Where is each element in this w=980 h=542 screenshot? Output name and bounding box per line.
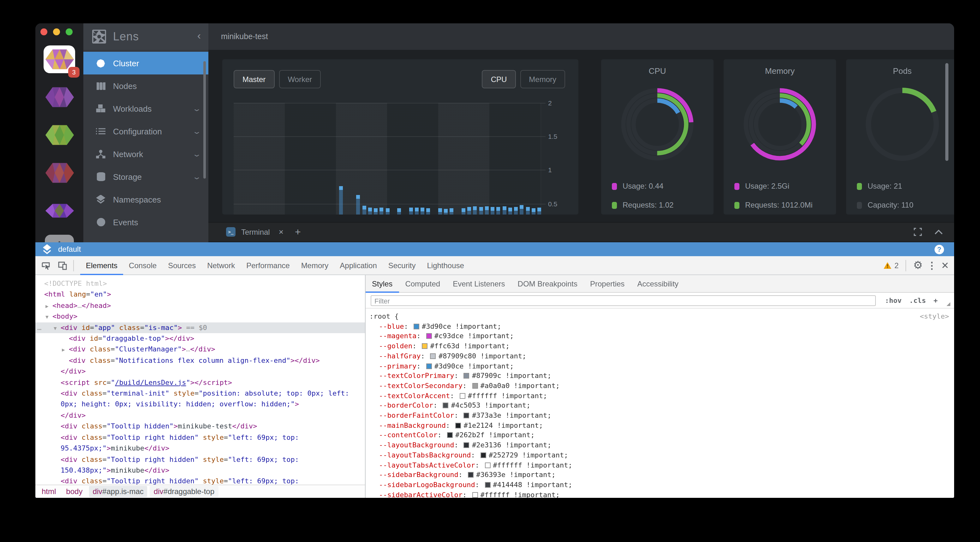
close-window-button[interactable] [40,29,47,35]
css-variable[interactable]: --borderColor: #4c5053 !important; [366,401,954,411]
terminal-fullscreen-icon[interactable] [914,228,922,236]
css-variable[interactable]: --sidebarBackground: #36393e !important; [366,471,954,480]
tab-application[interactable]: Application [334,256,382,275]
styles-tab-computed[interactable]: Computed [399,275,446,292]
sidebar-item-workloads[interactable]: Workloads⌄ [83,97,208,120]
css-source-link[interactable]: <style> [920,312,949,322]
color-swatch[interactable] [414,323,419,329]
css-variable[interactable]: --blue: #3d90ce !important; [366,322,954,331]
css-variable[interactable]: --magenta: #c93dce !important; [366,331,954,341]
metric-memory-button[interactable]: Memory [520,70,565,88]
dom-node[interactable]: <div id="draggable-top"></div> [35,333,365,344]
terminal-tab-label[interactable]: Terminal [241,227,270,236]
dom-node[interactable]: <!DOCTYPE html> [35,278,365,289]
css-variable[interactable]: --golden: #ffc63d !important; [366,341,954,351]
css-variable[interactable]: --textColorSecondary: #a0a0a0 !important… [366,381,954,391]
css-variable[interactable]: --contentColor: #262b2f !important; [366,431,954,441]
css-variable[interactable]: --layoutTabsActiveColor: #ffffff !import… [366,460,954,470]
settings-gear-icon[interactable]: ⚙ [913,259,923,272]
expand-arrow-icon[interactable]: ▼ [54,323,57,334]
console-warnings-badge[interactable]: 2 [884,261,899,270]
styles-tab-accessibility[interactable]: Accessibility [631,275,685,292]
color-swatch[interactable] [464,413,469,418]
tab-sources[interactable]: Sources [162,256,201,275]
expand-arrow-icon[interactable]: ▼ [46,312,49,323]
color-swatch[interactable] [464,442,469,448]
dom-node[interactable]: <div class="Tooltip hidden">minikube-tes… [35,421,365,432]
color-swatch[interactable] [460,393,465,398]
color-swatch[interactable] [455,422,461,428]
terminal-collapse-icon[interactable] [934,229,943,235]
color-swatch[interactable] [426,363,432,369]
dom-node[interactable]: <html lang="en"> [35,289,365,300]
css-variable[interactable]: --textColorPrimary: #87909c !important; [366,371,954,381]
dashboard-scrollbar[interactable] [945,63,948,161]
dom-node[interactable]: <div class="Tooltip right hidden" style=… [35,476,365,485]
css-selector[interactable]: :root { [369,312,399,322]
color-swatch[interactable] [443,403,449,409]
color-swatch[interactable] [430,353,436,359]
dom-node[interactable]: ▼<body> [35,311,365,322]
dom-node-selected[interactable]: …▼<div id="app" class="is-mac"> == $0 [35,322,365,333]
color-swatch[interactable] [480,452,486,458]
minimize-window-button[interactable] [53,29,60,35]
styles-tab-dom-breakpoints[interactable]: DOM Breakpoints [511,275,584,292]
styles-toggle-hov[interactable]: :hov [885,296,902,304]
dom-node[interactable]: </div> [35,366,365,377]
color-swatch[interactable] [447,433,453,438]
cluster-icon-3[interactable] [44,121,75,149]
color-swatch[interactable] [472,383,478,389]
sidebar-item-namespaces[interactable]: Namespaces [83,188,208,211]
tab-elements[interactable]: Elements [80,256,123,275]
node-worker-button[interactable]: Worker [279,70,321,88]
css-variable[interactable]: --textColorAccent: #ffffff !important; [366,391,954,401]
namespace-label[interactable]: default [58,245,81,254]
tab-performance[interactable]: Performance [240,256,295,275]
styles-tab-event-listeners[interactable]: Event Listeners [446,275,511,292]
tab-network[interactable]: Network [201,256,240,275]
more-options-icon[interactable]: ⋮ [927,260,937,271]
dom-node[interactable]: <div class="terminal-init" style="positi… [35,388,365,410]
breadcrumb-item[interactable]: div#draggable-top [150,486,218,497]
breadcrumb-item[interactable]: body [62,486,86,497]
sidebar-item-configuration[interactable]: Configuration⌄ [83,120,208,143]
cluster-icon-5[interactable] [44,197,75,225]
color-swatch[interactable] [426,333,432,339]
dom-node[interactable]: <div class="Notifications flex column al… [35,355,365,366]
color-swatch[interactable] [485,462,490,468]
dom-node[interactable]: <div class="Tooltip right hidden" style=… [35,454,365,476]
css-variable[interactable]: --sidebarLogoBackground: #414448 !import… [366,480,954,490]
dom-node[interactable]: <div class="Tooltip right hidden" style=… [35,432,365,454]
css-variable[interactable]: --layoutBackground: #2e3136 !important; [366,441,954,450]
help-icon[interactable]: ? [934,244,944,254]
node-menu-icon[interactable]: … [37,322,42,333]
tab-security[interactable]: Security [383,256,422,275]
styles-toggle-[interactable]: + [934,296,938,304]
css-variable[interactable]: --sidebarActiveColor: #ffffff !important… [366,490,954,498]
sidebar-item-storage[interactable]: Storage⌄ [83,165,208,188]
dom-node[interactable]: ▶<div class="ClusterManager">…</div> [35,344,365,355]
color-swatch[interactable] [485,482,490,488]
tab-console[interactable]: Console [123,256,162,275]
dom-node[interactable]: ▶<head>…</head> [35,300,365,311]
sidebar-item-cluster[interactable]: Cluster [83,52,208,74]
css-variable[interactable]: --layoutTabsBackground: #252729 !importa… [366,450,954,460]
zoom-window-button[interactable] [66,29,73,35]
color-swatch[interactable] [472,492,478,498]
node-master-button[interactable]: Master [234,70,274,88]
terminal-add-icon[interactable]: + [295,226,301,238]
styles-tab-properties[interactable]: Properties [584,275,631,292]
css-variable[interactable]: --mainBackground: #1e2124 !important; [366,420,954,430]
css-variable[interactable]: --halfGray: #87909c80 !important; [366,352,954,361]
metric-cpu-button[interactable]: CPU [482,70,516,88]
css-variable[interactable]: --primary: #3d90ce !important; [366,361,954,371]
cluster-tab-title[interactable]: minikube-test [221,32,268,41]
inspect-element-icon[interactable] [38,257,54,274]
color-swatch[interactable] [464,373,469,379]
sidebar-item-network[interactable]: Network⌄ [83,143,208,165]
breadcrumb-item[interactable]: html [38,486,60,497]
color-swatch[interactable] [422,343,428,349]
css-variable[interactable]: --borderFaintColor: #373a3e !important; [366,411,954,420]
cluster-icon-4[interactable] [44,159,75,187]
styles-filter-input[interactable] [371,295,876,306]
